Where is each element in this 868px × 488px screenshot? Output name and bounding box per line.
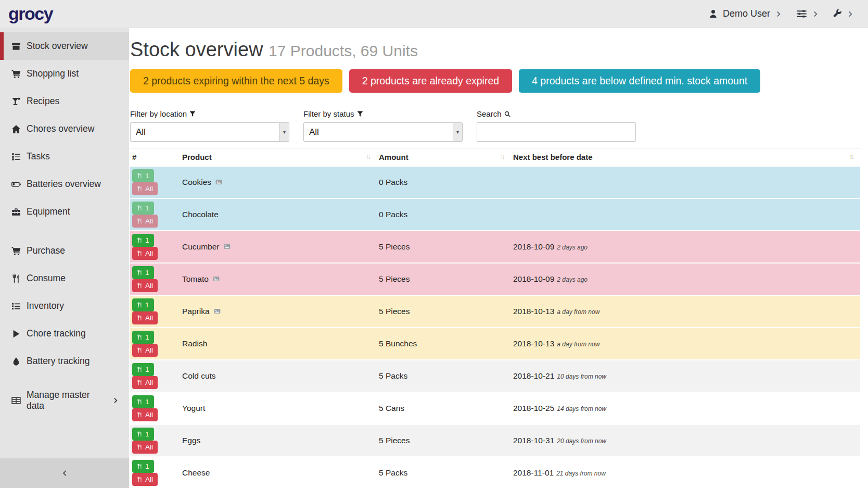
product-best-before-date: 2018-10-2110 days from now (511, 360, 860, 392)
product-best-before-date (511, 166, 860, 198)
sidebar-item-recipes[interactable]: Recipes (0, 87, 129, 115)
consume-one-button[interactable]: 1 (132, 234, 154, 247)
product-amount: 5 Bunches (377, 328, 511, 360)
consume-one-button[interactable]: 1 (132, 202, 154, 215)
sidebar-nav: Stock overview Shopping list Recipes Cho… (0, 32, 129, 414)
sort-icon-active-asc[interactable]: ↑↓ (849, 153, 856, 160)
stock-table: # Product ↑↓ Amount ↑↓ Next best before … (130, 148, 860, 488)
sidebar-item-battery-tracking[interactable]: Battery tracking (0, 347, 129, 375)
below-min-stock-alert[interactable]: 4 products are below defined min. stock … (519, 69, 760, 93)
chevron-left-icon (61, 470, 68, 477)
sidebar-item-tasks[interactable]: Tasks (0, 143, 129, 170)
row-actions: 1 All (130, 328, 180, 360)
sidebar-item-chore-tracking[interactable]: Chore tracking (0, 320, 129, 347)
user-menu[interactable]: Demo User (709, 8, 782, 19)
sidebar-item-purchase[interactable]: Purchase (0, 237, 129, 265)
settings-menu[interactable] (796, 8, 819, 19)
consume-one-button[interactable]: 1 (132, 331, 154, 344)
product-cell: Cold cuts (180, 360, 377, 392)
consume-all-button[interactable]: All (132, 473, 158, 486)
toolbox-icon (11, 207, 21, 217)
date-relative-text: 14 days from now (557, 405, 606, 412)
column-header-bbd[interactable]: Next best before date ↑↓ (511, 148, 860, 167)
top-header: grocy Demo User (0, 0, 868, 28)
utensils-icon (137, 218, 143, 224)
product-name[interactable]: Eggs (182, 436, 200, 445)
consume-one-button[interactable]: 1 (132, 169, 154, 182)
consume-one-button[interactable]: 1 (132, 266, 154, 279)
product-name[interactable]: Tomato (182, 274, 209, 283)
consume-all-button[interactable]: All (132, 441, 158, 454)
home-icon (11, 124, 21, 134)
table-row: 1 All Chocolate 0 Packs (130, 198, 860, 231)
image-icon (213, 308, 221, 315)
column-header-bbd-label: Next best before date (513, 153, 593, 161)
table-row: 1 All Cold cuts 5 Packs 2018-10-2110 day… (130, 360, 860, 392)
row-actions: 1 All (130, 231, 180, 263)
product-best-before-date: 2018-10-092 days ago (511, 231, 860, 263)
sidebar-item-batteries-overview[interactable]: Batteries overview (0, 170, 129, 198)
app-logo[interactable]: grocy (8, 4, 53, 24)
utensils-icon (137, 412, 143, 418)
utensils-icon (137, 399, 143, 405)
column-header-product-label: Product (182, 153, 212, 161)
consume-all-button[interactable]: All (132, 344, 158, 357)
product-name[interactable]: Yogurt (182, 404, 205, 412)
column-header-product[interactable]: Product ↑↓ (180, 148, 377, 167)
sort-icon[interactable]: ↑↓ (500, 153, 507, 160)
product-name[interactable]: Radish (182, 339, 207, 348)
sidebar-item-chores-overview[interactable]: Chores overview (0, 115, 129, 143)
sort-icon[interactable]: ↑↓ (366, 153, 373, 160)
sidebar-collapse-button[interactable] (0, 458, 129, 488)
consume-one-button[interactable]: 1 (132, 428, 154, 441)
sidebar-item-inventory[interactable]: Inventory (0, 292, 129, 320)
row-actions: 1 All (130, 263, 180, 295)
product-name[interactable]: Cold cuts (182, 371, 216, 380)
product-name[interactable]: Cheese (182, 468, 210, 477)
admin-menu[interactable] (833, 9, 853, 18)
sidebar-item-manage-master-data[interactable]: Manage master data (0, 386, 129, 414)
expired-products-alert[interactable]: 2 products are already expired (349, 69, 512, 93)
date-relative-text: a day from now (557, 308, 599, 316)
location-filter-wrap: All (130, 122, 289, 142)
row-actions: 1 All (130, 295, 180, 328)
sidebar-item-shopping-list[interactable]: Shopping list (0, 60, 129, 87)
location-filter-select[interactable]: All (130, 122, 289, 142)
utensils-icon (137, 431, 143, 437)
status-filter-select[interactable]: All (303, 122, 463, 142)
row-actions: 1 All (130, 457, 180, 488)
consume-one-button[interactable]: 1 (132, 460, 154, 473)
consume-one-button[interactable]: 1 (132, 395, 154, 408)
column-header-amount[interactable]: Amount ↑↓ (377, 148, 511, 167)
consume-one-button[interactable]: 1 (132, 298, 154, 311)
utensils-icon (137, 315, 143, 321)
image-icon (212, 276, 220, 282)
consume-all-button[interactable]: All (132, 215, 158, 228)
expiring-products-alert[interactable]: 2 products expiring within the next 5 da… (130, 69, 342, 93)
cocktail-icon (11, 97, 21, 106)
sidebar-item-label: Chore tracking (27, 328, 86, 339)
utensils-icon (137, 173, 143, 179)
sidebar-item-consume[interactable]: Consume (0, 265, 129, 292)
product-name[interactable]: Paprika (182, 307, 210, 316)
consume-all-button[interactable]: All (132, 247, 158, 260)
chevron-right-icon (812, 11, 819, 17)
consume-all-button[interactable]: All (132, 311, 158, 324)
table-row: 1 All Cheese 5 Packs 2018-11-0121 days f… (130, 457, 860, 488)
product-cell: Cheese (180, 457, 377, 488)
consume-all-button[interactable]: All (132, 408, 158, 421)
consume-one-button[interactable]: 1 (132, 363, 154, 376)
search-input[interactable] (477, 122, 636, 142)
product-name[interactable]: Cucumber (182, 242, 220, 251)
product-name[interactable]: Chocolate (182, 210, 219, 219)
user-icon (709, 9, 718, 18)
consume-all-button[interactable]: All (132, 279, 158, 292)
consume-all-button[interactable]: All (132, 376, 158, 389)
cart-icon (11, 246, 21, 256)
sidebar-item-stock-overview[interactable]: Stock overview (0, 32, 129, 60)
utensils-icon (137, 334, 143, 340)
sidebar-item-equipment[interactable]: Equipment (0, 198, 129, 226)
product-name[interactable]: Cookies (182, 178, 211, 186)
consume-all-button[interactable]: All (132, 182, 158, 195)
product-best-before-date (511, 198, 860, 231)
